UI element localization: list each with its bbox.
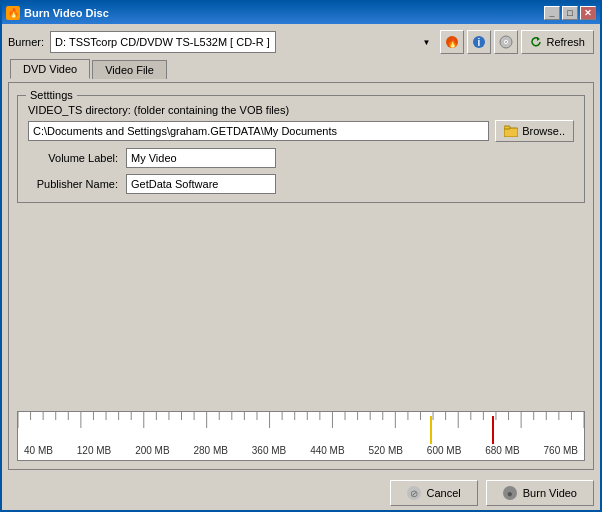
svg-marker-7 (537, 37, 540, 41)
cancel-icon: ⊘ (407, 486, 421, 500)
bottom-bar: ⊘ Cancel ● Burn Video (2, 476, 600, 510)
burner-row: Burner: D: TSSTcorp CD/DVDW TS-L532M [ C… (8, 30, 594, 54)
info-icon-button[interactable]: i (467, 30, 491, 54)
svg-text:🔥: 🔥 (447, 37, 459, 49)
ruler-area: 40 MB 120 MB 200 MB 280 MB 360 MB 440 MB… (17, 411, 585, 461)
svg-text:i: i (478, 37, 481, 48)
burner-label: Burner: (8, 36, 44, 48)
settings-group: Setttings VIDEO_TS directory: (folder co… (17, 95, 585, 203)
marker-red (492, 416, 494, 444)
browse-button[interactable]: Browse.. (495, 120, 574, 142)
refresh-button[interactable]: Refresh (521, 30, 594, 54)
volume-label-row: Volume Label: (28, 148, 574, 168)
cancel-button[interactable]: ⊘ Cancel (390, 480, 478, 506)
publisher-label-text: Publisher Name: (28, 178, 118, 190)
svg-point-6 (505, 41, 507, 43)
title-controls: _ □ ✕ (544, 6, 596, 20)
settings-legend: Setttings (26, 89, 77, 101)
tab-video-file[interactable]: Video File (92, 60, 167, 79)
title-bar-left: 🔥 Burn Video Disc (6, 6, 109, 20)
ruler-label-3: 280 MB (193, 445, 227, 456)
refresh-icon (530, 36, 542, 48)
close-button[interactable]: ✕ (580, 6, 596, 20)
ruler-label-8: 680 MB (485, 445, 519, 456)
ruler-label-7: 600 MB (427, 445, 461, 456)
ruler-label-6: 520 MB (369, 445, 403, 456)
ruler-label-9: 760 MB (544, 445, 578, 456)
tab-dvd-video[interactable]: DVD Video (10, 59, 90, 79)
burn-label: Burn Video (523, 487, 577, 499)
publisher-input[interactable] (126, 174, 276, 194)
volume-label-input[interactable] (126, 148, 276, 168)
folder-icon (504, 125, 518, 137)
publisher-row: Publisher Name: (28, 174, 574, 194)
ruler-labels: 40 MB 120 MB 200 MB 280 MB 360 MB 440 MB… (18, 445, 584, 456)
title-bar: 🔥 Burn Video Disc _ □ ✕ (2, 2, 600, 24)
burn-icon: ● (503, 486, 517, 500)
dir-row: Browse.. (28, 120, 574, 142)
ruler-label-0: 40 MB (24, 445, 53, 456)
cancel-label: Cancel (427, 487, 461, 499)
minimize-button[interactable]: _ (544, 6, 560, 20)
volume-label-text: Volume Label: (28, 152, 118, 164)
window-title: Burn Video Disc (24, 7, 109, 19)
content-area: Burner: D: TSSTcorp CD/DVDW TS-L532M [ C… (2, 24, 600, 476)
browse-label: Browse.. (522, 125, 565, 137)
tab-bar: DVD Video Video File (8, 58, 594, 78)
ruler-label-2: 200 MB (135, 445, 169, 456)
dir-label: VIDEO_TS directory: (folder containing t… (28, 104, 574, 116)
maximize-button[interactable]: □ (562, 6, 578, 20)
refresh-label: Refresh (546, 36, 585, 48)
svg-rect-9 (504, 126, 510, 129)
burn-video-button[interactable]: ● Burn Video (486, 480, 594, 506)
app-icon: 🔥 (6, 6, 20, 20)
ruler-label-1: 120 MB (77, 445, 111, 456)
ruler-ticks (18, 412, 584, 440)
burner-select[interactable]: D: TSSTcorp CD/DVDW TS-L532M [ CD-R ] (50, 31, 276, 53)
burner-icons: 🔥 i (440, 30, 594, 54)
disc-icon-button[interactable] (494, 30, 518, 54)
marker-yellow (430, 416, 432, 444)
burner-select-wrapper: D: TSSTcorp CD/DVDW TS-L532M [ CD-R ] (50, 31, 434, 53)
dir-input[interactable] (28, 121, 489, 141)
main-panel: Setttings VIDEO_TS directory: (folder co… (8, 82, 594, 470)
flame-icon-button[interactable]: 🔥 (440, 30, 464, 54)
main-window: 🔥 Burn Video Disc _ □ ✕ Burner: D: TSSTc… (0, 0, 602, 512)
ruler-label-5: 440 MB (310, 445, 344, 456)
ruler-label-4: 360 MB (252, 445, 286, 456)
